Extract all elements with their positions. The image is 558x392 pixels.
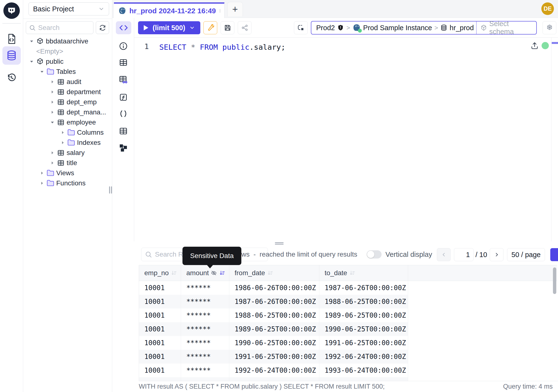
table-cell[interactable]: ****** — [181, 350, 229, 364]
tree-caret[interactable] — [28, 39, 35, 44]
tree-item-bbdataarchive[interactable]: bbdataarchive — [23, 36, 112, 46]
table-cell[interactable]: 1990-06-25T00:00:00Z — [229, 336, 319, 350]
table-cell[interactable]: 1988-06-25T00:00:00Z — [319, 295, 408, 308]
tree-caret[interactable] — [49, 79, 55, 84]
column-header-emp_no[interactable]: emp_no — [139, 265, 181, 281]
sort-icon[interactable] — [349, 270, 355, 276]
sort-icon[interactable] — [171, 270, 177, 276]
connection-breadcrumb[interactable]: Prod2 > Prod Sample Instance > — [311, 21, 537, 35]
table-cell[interactable]: 1992-06-24T00:00:00Z — [229, 364, 319, 377]
table-cell[interactable]: 1990-06-25T00:00:00Z — [319, 322, 408, 336]
table-cell[interactable]: ****** — [181, 295, 229, 308]
tree-item-columns[interactable]: Columns — [23, 127, 112, 138]
views-panel-icon[interactable] — [119, 126, 128, 136]
table-cell[interactable]: 10001 — [139, 281, 181, 295]
page-size-select[interactable]: 50 / page — [507, 248, 545, 261]
sql-editor[interactable]: 1 SELECT * FROM public.salary; — [134, 38, 558, 241]
table-cell[interactable]: 1989-06-25T00:00:00Z — [319, 308, 408, 322]
tree-caret[interactable] — [49, 160, 55, 165]
functions-panel-icon[interactable] — [119, 93, 128, 102]
project-selector[interactable]: Basic Project — [28, 2, 109, 16]
prev-page-button[interactable] — [437, 248, 451, 261]
tree-item-views[interactable]: Views — [23, 168, 112, 178]
share-button[interactable] — [238, 21, 252, 34]
run-query-button[interactable]: (limit 500) — [138, 21, 200, 34]
table-cell[interactable]: 1994-06-24T00:00:00Z — [319, 377, 408, 381]
sort-icon[interactable] — [219, 270, 225, 276]
table-cell[interactable]: ****** — [181, 377, 229, 381]
format-sql-button[interactable] — [203, 21, 217, 34]
tree-caret[interactable] — [39, 69, 45, 74]
table-cell[interactable]: 1993-06-24T00:00:00Z — [319, 364, 408, 377]
tree-item--empty-[interactable]: <Empty> — [23, 46, 112, 56]
upload-sheet-icon[interactable] — [531, 42, 539, 50]
table-row[interactable]: 10001******1993-06-24T00:00:00Z1994-06-2… — [139, 377, 557, 381]
column-header-from_date[interactable]: from_date — [229, 265, 319, 281]
breadcrumb-instance[interactable]: Prod Sample Instance — [350, 24, 435, 32]
table-row[interactable]: 10001******1990-06-25T00:00:00Z1991-06-2… — [139, 336, 557, 350]
tree-caret[interactable] — [49, 89, 55, 94]
table-cell[interactable]: 1991-06-25T00:00:00Z — [229, 350, 319, 364]
table-row[interactable]: 10001******1991-06-25T00:00:00Z1992-06-2… — [139, 350, 557, 364]
table-cell[interactable]: 1987-06-26T00:00:00Z — [229, 295, 319, 308]
table-row[interactable]: 10001******1989-06-25T00:00:00Z1990-06-2… — [139, 322, 557, 336]
table-cell[interactable]: ****** — [181, 322, 229, 336]
tree-caret[interactable] — [60, 130, 66, 135]
connection-panel-button[interactable] — [294, 21, 308, 34]
tree-item-public[interactable]: public — [23, 56, 112, 67]
table-cell[interactable]: 1988-06-25T00:00:00Z — [229, 308, 319, 322]
table-row[interactable]: 10001******1987-06-26T00:00:00Z1988-06-2… — [139, 295, 557, 308]
table-cell[interactable]: 10001 — [139, 364, 181, 377]
tree-item-indexes[interactable]: Indexes — [23, 138, 112, 148]
select-schema[interactable]: Select schema — [476, 21, 536, 34]
table-cell[interactable]: 10001 — [139, 336, 181, 350]
procedures-panel-icon[interactable] — [119, 109, 128, 118]
column-header-to_date[interactable]: to_date — [319, 265, 408, 281]
table-cell[interactable]: 1986-06-26T00:00:00Z — [229, 281, 319, 295]
avatar[interactable]: DE — [541, 2, 554, 15]
table-cell[interactable]: 10001 — [139, 350, 181, 364]
new-tab-button[interactable]: + — [227, 2, 243, 17]
masked-table-icon[interactable] — [119, 75, 128, 85]
database-icon[interactable] — [2, 46, 21, 65]
panel-resize-handle[interactable] — [139, 241, 558, 245]
table-cell[interactable]: 1992-06-24T00:00:00Z — [319, 350, 408, 364]
tree-caret[interactable] — [60, 140, 66, 145]
tree-caret[interactable] — [49, 100, 55, 105]
tab-hr-prod[interactable]: hr_prod 2024-11-22 16:49 — [114, 2, 225, 18]
tree-item-audit[interactable]: audit — [23, 77, 112, 87]
schema-diagram-icon[interactable] — [119, 143, 128, 153]
tree-caret[interactable] — [49, 150, 55, 155]
table-cell[interactable]: 10001 — [139, 377, 181, 381]
tree-item-tables[interactable]: Tables — [23, 67, 112, 77]
worksheet-code-icon[interactable] — [2, 30, 21, 48]
breadcrumb-database[interactable]: hr_prod — [438, 24, 476, 32]
history-icon[interactable] — [2, 69, 21, 87]
table-row[interactable]: 10001******1986-06-26T00:00:00Z1987-06-2… — [139, 281, 557, 295]
tree-caret[interactable] — [39, 181, 45, 186]
tree-caret[interactable] — [28, 59, 35, 64]
code-mode-button[interactable] — [116, 21, 131, 34]
table-scrollbar-thumb[interactable] — [553, 267, 556, 294]
tree-item-title[interactable]: title — [23, 158, 112, 168]
vertical-display-toggle[interactable] — [366, 250, 382, 259]
chevron-down-icon[interactable] — [189, 25, 195, 31]
bytebase-logo[interactable] — [3, 2, 20, 19]
tree-caret[interactable] — [39, 171, 45, 175]
info-icon[interactable] — [119, 42, 128, 51]
tree-item-functions[interactable]: Functions — [23, 178, 112, 188]
table-row[interactable]: 10001******1988-06-25T00:00:00Z1989-06-2… — [139, 308, 557, 322]
tree-item-dept-emp[interactable]: dept_emp — [23, 97, 112, 107]
tree-caret[interactable] — [49, 120, 55, 125]
table-cell[interactable]: ****** — [181, 336, 229, 350]
sidebar-search[interactable] — [26, 21, 93, 34]
column-header-amount[interactable]: amount — [181, 265, 229, 281]
table-cell[interactable]: 1989-06-25T00:00:00Z — [229, 322, 319, 336]
export-button[interactable] — [550, 248, 558, 261]
table-cell[interactable]: 10001 — [139, 322, 181, 336]
table-cell[interactable]: 1993-06-24T00:00:00Z — [229, 377, 319, 381]
page-number-input[interactable] — [454, 248, 473, 261]
table-cell[interactable]: ****** — [181, 308, 229, 322]
tables-panel-icon[interactable] — [119, 58, 128, 67]
table-row[interactable]: 10001******1992-06-24T00:00:00Z1993-06-2… — [139, 364, 557, 377]
